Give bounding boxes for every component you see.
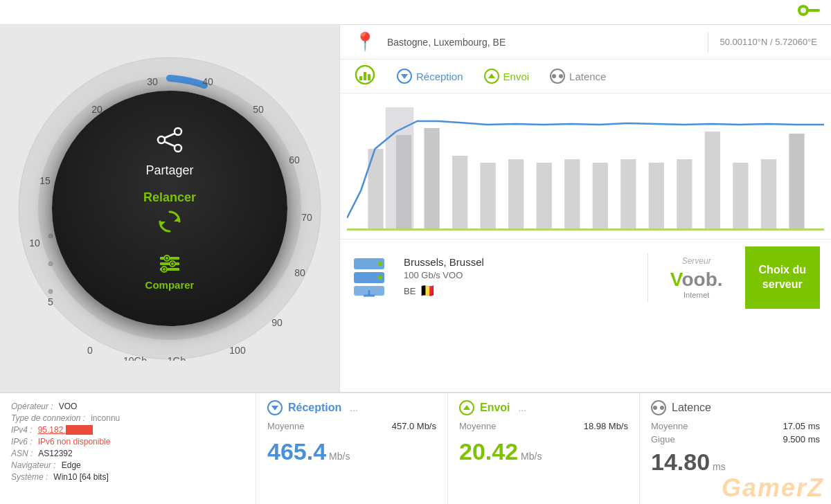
envoi-title: Envoi xyxy=(480,402,510,414)
latence-title: Latence xyxy=(672,402,711,414)
voob-logo: Voob. Internet xyxy=(670,269,723,299)
tab-reception-label: Réception xyxy=(416,71,463,82)
reception-moyenne-value: 457.0 Mb/s xyxy=(392,421,436,431)
asn-value: AS12392 xyxy=(38,449,72,458)
operateur-label: Opérateur : xyxy=(11,402,53,411)
reception-icon xyxy=(267,400,283,415)
svg-rect-62 xyxy=(620,159,636,228)
systeme-value: Win10 [64 bits] xyxy=(53,472,108,482)
divider xyxy=(708,32,708,53)
svg-line-29 xyxy=(164,142,175,147)
svg-text:1Gb: 1Gb xyxy=(168,355,186,361)
svg-text:80: 80 xyxy=(294,267,305,278)
svg-rect-63 xyxy=(649,163,664,228)
location-text: Bastogne, Luxembourg, BE xyxy=(387,37,697,48)
location-pin-icon: 📍 xyxy=(354,31,376,53)
svg-point-2 xyxy=(801,8,806,13)
choix-label: Choix du serveur xyxy=(759,263,806,292)
navigateur-value: Edge xyxy=(62,460,81,470)
envoi-icon xyxy=(459,400,474,415)
relancer-label: Relancer xyxy=(143,190,196,205)
svg-rect-60 xyxy=(564,159,580,228)
svg-point-50 xyxy=(552,74,556,78)
svg-rect-42 xyxy=(359,76,362,80)
latence-gigue-label: Gigue xyxy=(651,434,675,444)
svg-point-20 xyxy=(48,289,53,294)
latence-unit: ms xyxy=(713,461,726,472)
svg-rect-52 xyxy=(347,228,824,231)
envoi-moyenne-value: 18.98 Mb/s xyxy=(584,421,628,431)
tab-envoi[interactable]: Envoi xyxy=(484,69,530,84)
top-bar xyxy=(0,0,831,25)
bottom-panel: Opérateur : VOO Type de connexion : inco… xyxy=(0,392,831,504)
server-icon xyxy=(351,255,387,300)
envoi-stat: Envoi ... Moyenne 18.98 Mb/s 20.42 Mb/s xyxy=(448,393,640,504)
svg-point-38 xyxy=(166,257,168,260)
svg-marker-46 xyxy=(401,74,408,79)
server-bar: Brussels, Brussel 100 Gb/s VOO BE 🇧🇪 Ser… xyxy=(340,239,831,315)
connection-info: Opérateur : VOO Type de connexion : inco… xyxy=(0,393,256,504)
latence-moyenne-label: Moyenne xyxy=(651,421,688,431)
svg-rect-67 xyxy=(761,159,776,228)
connexion-label: Type de connexion : xyxy=(11,413,85,423)
reception-unit: Mb/s xyxy=(329,451,350,462)
svg-marker-80 xyxy=(463,405,470,410)
tab-latence[interactable]: Latence xyxy=(550,69,606,84)
latence-big: 14.80 xyxy=(651,449,710,476)
chart-tabs: Réception Envoi Latence xyxy=(340,60,831,93)
reception-dots: ... xyxy=(350,402,358,413)
operateur-value: VOO xyxy=(59,402,78,411)
chart-area xyxy=(340,93,831,239)
svg-point-26 xyxy=(158,136,165,143)
server-label: Serveur xyxy=(670,256,723,266)
svg-text:90: 90 xyxy=(271,317,283,328)
chart-icon xyxy=(354,65,376,87)
tab-envoi-label: Envoi xyxy=(503,71,530,82)
latence-icon xyxy=(651,400,666,415)
svg-point-27 xyxy=(175,145,181,152)
svg-rect-66 xyxy=(733,163,748,228)
svg-text:70: 70 xyxy=(301,212,312,223)
ipv6-label: IPv6 : xyxy=(11,437,33,447)
svg-point-51 xyxy=(559,74,563,78)
voob-subtitle: Internet xyxy=(670,291,723,299)
comparer-icon[interactable] xyxy=(159,254,181,276)
connexion-value: inconnu xyxy=(91,413,120,423)
svg-point-25 xyxy=(175,128,181,135)
location-bar: 📍 Bastogne, Luxembourg, BE 50.00110°N / … xyxy=(340,25,831,60)
svg-text:60: 60 xyxy=(289,154,300,165)
latence-stat: Latence Moyenne 17.05 ms Gigue 9.500 ms … xyxy=(640,393,831,504)
svg-text:30: 30 xyxy=(147,76,158,87)
choix-serveur-button[interactable]: Choix du serveur xyxy=(745,246,820,309)
svg-point-21 xyxy=(48,262,53,266)
relancer-icon[interactable] xyxy=(157,209,182,239)
reception-big: 465.4 xyxy=(267,438,326,465)
envoi-moyenne-label: Moyenne xyxy=(459,421,496,431)
svg-rect-57 xyxy=(481,163,496,228)
svg-text:50: 50 xyxy=(253,104,264,115)
reception-title: Réception xyxy=(288,402,341,414)
comparer-label: Comparer xyxy=(145,279,195,291)
gauge-container: 0 5 10 15 20 30 40 50 60 70 80 90 100 xyxy=(17,56,322,361)
right-panel: 📍 Bastogne, Luxembourg, BE 50.00110°N / … xyxy=(339,25,831,392)
latence-gigue-value: 9.500 ms xyxy=(783,434,820,444)
coords-text: 50.00110°N / 5.72060°E xyxy=(720,37,817,47)
svg-point-83 xyxy=(660,406,664,410)
share-icon[interactable] xyxy=(156,126,184,159)
svg-point-74 xyxy=(378,276,382,280)
server-city: Brussels, Brussel xyxy=(404,256,636,268)
svg-rect-64 xyxy=(677,159,692,228)
settings-icon[interactable] xyxy=(798,3,820,22)
asn-label: ASN : xyxy=(11,449,33,458)
svg-rect-61 xyxy=(593,163,608,228)
flag-icon: 🇧🇪 xyxy=(420,283,435,298)
svg-text:5: 5 xyxy=(48,296,53,307)
svg-point-22 xyxy=(48,234,53,238)
svg-text:0: 0 xyxy=(87,345,93,356)
envoi-big: 20.42 xyxy=(459,438,518,465)
country-code: BE xyxy=(404,286,416,296)
server-country: BE 🇧🇪 xyxy=(404,283,636,298)
tab-reception[interactable]: Réception xyxy=(397,69,463,84)
svg-point-73 xyxy=(378,262,382,266)
svg-rect-55 xyxy=(424,128,439,228)
